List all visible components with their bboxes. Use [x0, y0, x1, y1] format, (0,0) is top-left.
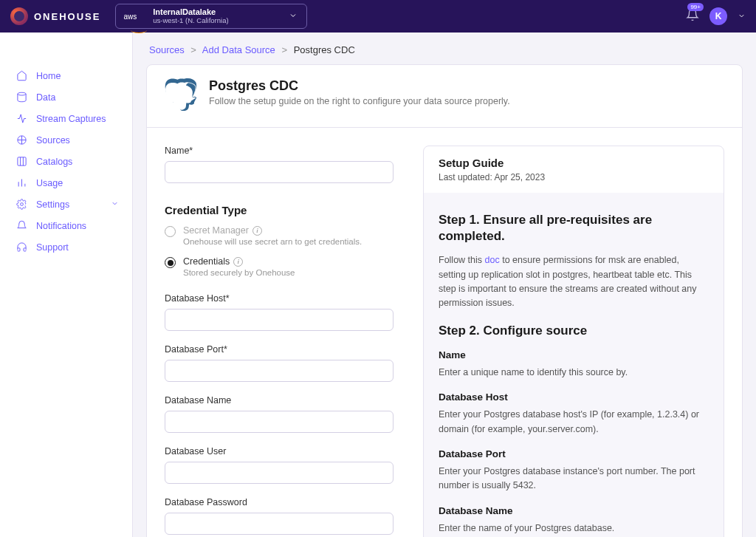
guide-section-body: Enter the name of your Postgres database…	[439, 521, 709, 536]
logo-icon	[10, 7, 28, 25]
chevron-down-icon	[111, 199, 119, 209]
sidebar-item-label: Usage	[36, 178, 63, 188]
sidebar-item-support[interactable]: Support	[0, 236, 132, 258]
project-name: InternalDatalake	[153, 7, 228, 17]
breadcrumb: Sources > Add Data Source > Postgres CDC	[146, 44, 743, 55]
svg-point-8	[21, 203, 24, 206]
project-region: us-west-1 (N. California)	[153, 17, 228, 25]
source-card: Postgres CDC Follow the setup guide on t…	[146, 64, 743, 537]
cloud-provider-label: aws	[123, 13, 137, 21]
db-port-input[interactable]	[165, 360, 394, 382]
radio-icon	[165, 257, 176, 268]
svg-point-0	[18, 92, 26, 95]
card-header: Postgres CDC Follow the setup guide on t…	[147, 65, 742, 128]
breadcrumb-separator: >	[190, 44, 196, 55]
db-user-input[interactable]	[165, 462, 394, 484]
sidebar-item-label: Catalogs	[36, 157, 72, 167]
breadcrumb-current: Postgres CDC	[294, 44, 355, 55]
catalogs-icon	[16, 156, 27, 167]
db-password-input[interactable]	[165, 513, 394, 535]
breadcrumb-link-sources[interactable]: Sources	[149, 44, 185, 55]
setup-guide: Setup Guide Last updated: Apr 25, 2023 S…	[423, 146, 724, 537]
sidebar-item-stream-captures[interactable]: Stream Captures	[0, 108, 132, 129]
data-icon	[16, 92, 27, 103]
guide-section-heading: Database Host	[439, 391, 709, 403]
radio-icon	[165, 226, 176, 237]
radio-title: Credentials	[183, 256, 230, 267]
form-column: Name* Credential Type Secret Manager i O…	[165, 146, 423, 537]
db-host-label: Database Host*	[165, 293, 394, 304]
sidebar: Home Data Stream Captures Sources Catalo…	[0, 33, 133, 537]
breadcrumb-link-add-data-source[interactable]: Add Data Source	[202, 44, 275, 55]
radio-title: Secret Manager	[183, 225, 249, 236]
sidebar-item-label: Home	[36, 71, 61, 81]
postgres-icon	[165, 78, 197, 114]
radio-secret-manager[interactable]: Secret Manager i Onehouse will use secre…	[165, 225, 394, 246]
guide-section-heading: Name	[439, 349, 709, 360]
credential-type-heading: Credential Type	[165, 204, 394, 216]
sidebar-item-home[interactable]: Home	[0, 65, 132, 86]
radio-desc: Onehouse will use secret arn to get cred…	[183, 237, 362, 246]
db-host-input[interactable]	[165, 309, 394, 331]
db-name-input[interactable]	[165, 411, 394, 433]
name-label: Name*	[165, 146, 394, 156]
page-title: Postgres CDC	[209, 78, 510, 94]
name-input[interactable]	[165, 161, 394, 183]
db-port-label: Database Port*	[165, 344, 394, 355]
guide-section-heading: Database Port	[439, 448, 709, 459]
sidebar-item-label: Stream Captures	[36, 114, 106, 124]
user-menu-chevron[interactable]	[738, 12, 746, 21]
usage-icon	[16, 177, 27, 188]
sidebar-item-settings[interactable]: Settings	[0, 194, 132, 215]
notification-count-badge: 99+	[687, 3, 704, 11]
project-selector[interactable]: aws InternalDatalake us-west-1 (N. Calif…	[115, 4, 307, 29]
breadcrumb-separator: >	[281, 44, 287, 55]
home-icon	[16, 70, 27, 81]
brand-logo[interactable]: ONEHOUSE	[10, 7, 100, 25]
notifications-button[interactable]: 99+	[686, 8, 699, 24]
chevron-down-icon	[289, 11, 298, 22]
info-icon[interactable]: i	[233, 257, 243, 267]
topbar: ONEHOUSE aws InternalDatalake us-west-1 …	[0, 0, 756, 33]
guide-step1-body: Follow this doc to ensure permissions fo…	[439, 253, 709, 311]
info-icon[interactable]: i	[252, 226, 262, 236]
support-icon	[16, 242, 27, 253]
sidebar-item-notifications[interactable]: Notifications	[0, 215, 132, 236]
guide-last-updated: Last updated: Apr 25, 2023	[439, 172, 709, 182]
guide-step1-title: Step 1. Ensure all pre-requisites are co…	[439, 212, 709, 244]
sidebar-item-data[interactable]: Data	[0, 86, 132, 108]
brand-name: ONEHOUSE	[34, 11, 100, 22]
guide-section-heading: Database Name	[439, 505, 709, 516]
sidebar-item-catalogs[interactable]: Catalogs	[0, 151, 132, 172]
radio-desc: Stored securely by Onehouse	[183, 268, 295, 277]
sidebar-item-label: Notifications	[36, 221, 86, 231]
stream-icon	[16, 113, 27, 124]
guide-step2-title: Step 2. Configure source	[439, 323, 709, 339]
bell-icon	[16, 220, 27, 231]
aws-icon	[131, 27, 147, 33]
db-user-label: Database User	[165, 446, 394, 456]
guide-section-body: Enter your Postgres database host's IP (…	[439, 408, 709, 437]
sidebar-item-label: Sources	[36, 135, 70, 146]
page-subtitle: Follow the setup guide on the right to c…	[209, 96, 510, 106]
sidebar-item-usage[interactable]: Usage	[0, 172, 132, 194]
sources-icon	[16, 134, 27, 146]
db-name-label: Database Name	[165, 395, 394, 406]
sidebar-item-label: Data	[36, 92, 55, 103]
main-content: Sources > Add Data Source > Postgres CDC…	[133, 33, 756, 537]
radio-credentials[interactable]: Credentials i Stored securely by Onehous…	[165, 256, 394, 277]
sidebar-item-label: Support	[36, 242, 69, 253]
sidebar-item-sources[interactable]: Sources	[0, 129, 132, 151]
doc-link[interactable]: doc	[485, 255, 500, 265]
guide-section-body: Enter your Postgres database instance's …	[439, 465, 709, 493]
guide-title: Setup Guide	[439, 157, 709, 169]
guide-section-body: Enter a unique name to identify this sou…	[439, 366, 709, 380]
sidebar-item-label: Settings	[36, 199, 69, 210]
gear-icon	[16, 199, 27, 210]
user-avatar[interactable]: K	[709, 7, 727, 25]
svg-rect-2	[18, 157, 26, 165]
db-password-label: Database Password	[165, 497, 394, 507]
